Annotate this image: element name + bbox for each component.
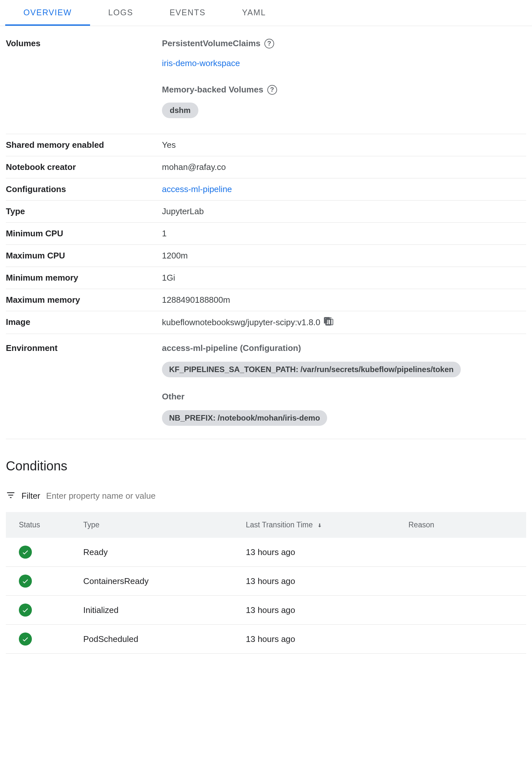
check-circle-icon xyxy=(19,603,32,616)
value-max-cpu: 1200m xyxy=(162,251,526,261)
label-min-mem: Minimum memory xyxy=(6,273,162,283)
row-configurations: Configurations access-ml-pipeline xyxy=(6,178,526,201)
cell-type: PodScheduled xyxy=(77,625,240,654)
label-configurations: Configurations xyxy=(6,184,162,194)
label-creator: Notebook creator xyxy=(6,162,162,172)
check-circle-icon xyxy=(19,545,32,559)
value-image: kubeflownotebookswg/jupyter-scipy:v1.8.0 xyxy=(162,318,320,328)
env-group-title: access-ml-pipeline (Configuration) xyxy=(162,343,526,353)
table-row: Ready13 hours ago xyxy=(6,538,526,567)
row-min-cpu: Minimum CPU 1 xyxy=(6,223,526,245)
table-row: Initialized13 hours ago xyxy=(6,596,526,625)
cell-type: ContainersReady xyxy=(77,567,240,596)
heading-pvc-text: PersistentVolumeClaims xyxy=(162,38,260,49)
help-icon[interactable]: ? xyxy=(267,85,277,95)
table-row: ContainersReady13 hours ago xyxy=(6,567,526,596)
label-min-cpu: Minimum CPU xyxy=(6,229,162,239)
cell-time: 13 hours ago xyxy=(240,538,402,567)
col-time[interactable]: Last Transition Time xyxy=(240,512,402,538)
value-min-cpu: 1 xyxy=(162,229,526,239)
configurations-link[interactable]: access-ml-pipeline xyxy=(162,184,232,194)
env-var-chip: NB_PREFIX: /notebook/mohan/iris-demo xyxy=(162,410,327,426)
value-type: JupyterLab xyxy=(162,206,526,217)
conditions-title: Conditions xyxy=(6,459,526,473)
filter-row: Filter xyxy=(6,489,526,502)
check-circle-icon xyxy=(19,574,32,588)
value-creator: mohan@rafay.co xyxy=(162,162,526,172)
cell-time: 13 hours ago xyxy=(240,625,402,654)
tab-yaml[interactable]: YAML xyxy=(224,0,284,26)
cell-type: Ready xyxy=(77,538,240,567)
tab-overview[interactable]: OVERVIEW xyxy=(5,0,90,26)
tabs-bar: OVERVIEW LOGS EVENTS YAML xyxy=(0,0,532,26)
conditions-table: Status Type Last Transition Time Reason … xyxy=(6,512,526,654)
row-max-cpu: Maximum CPU 1200m xyxy=(6,245,526,267)
label-environment: Environment xyxy=(6,343,162,426)
row-environment: Environment access-ml-pipeline (Configur… xyxy=(6,334,526,439)
heading-memvol-text: Memory-backed Volumes xyxy=(162,85,263,95)
help-icon[interactable]: ? xyxy=(264,39,274,49)
table-row: PodScheduled13 hours ago xyxy=(6,625,526,654)
tab-logs[interactable]: LOGS xyxy=(90,0,151,26)
row-min-mem: Minimum memory 1Gi xyxy=(6,267,526,289)
check-circle-icon xyxy=(19,632,32,645)
label-type: Type xyxy=(6,206,162,217)
label-image: Image xyxy=(6,317,162,328)
row-creator: Notebook creator mohan@rafay.co xyxy=(6,156,526,178)
col-time-label: Last Transition Time xyxy=(246,520,313,529)
col-type[interactable]: Type xyxy=(77,512,240,538)
cell-time: 13 hours ago xyxy=(240,567,402,596)
col-reason[interactable]: Reason xyxy=(402,512,526,538)
filter-input[interactable] xyxy=(46,489,526,502)
sort-down-icon xyxy=(315,520,323,529)
label-volumes: Volumes xyxy=(6,38,162,128)
cell-type: Initialized xyxy=(77,596,240,625)
copy-icon[interactable] xyxy=(324,317,343,328)
heading-memvol: Memory-backed Volumes ? xyxy=(162,85,526,95)
memory-volume-chip: dshm xyxy=(162,103,198,118)
row-volumes: Volumes PersistentVolumeClaims ? iris-de… xyxy=(6,33,526,134)
filter-label: Filter xyxy=(21,491,40,501)
col-status[interactable]: Status xyxy=(6,512,77,538)
row-type: Type JupyterLab xyxy=(6,201,526,223)
cell-reason xyxy=(402,596,526,625)
label-max-cpu: Maximum CPU xyxy=(6,251,162,261)
tab-events[interactable]: EVENTS xyxy=(151,0,224,26)
pvc-link[interactable]: iris-demo-workspace xyxy=(162,58,240,68)
value-shared-memory: Yes xyxy=(162,140,526,150)
cell-reason xyxy=(402,538,526,567)
overview-panel: Volumes PersistentVolumeClaims ? iris-de… xyxy=(0,26,532,667)
env-group-title: Other xyxy=(162,391,526,402)
env-var-chip: KF_PIPELINES_SA_TOKEN_PATH: /var/run/sec… xyxy=(162,362,461,377)
cell-reason xyxy=(402,625,526,654)
value-min-mem: 1Gi xyxy=(162,273,526,283)
heading-pvc: PersistentVolumeClaims ? xyxy=(162,38,526,49)
label-shared-memory: Shared memory enabled xyxy=(6,140,162,150)
row-max-mem: Maximum memory 1288490188800m xyxy=(6,289,526,311)
row-image: Image kubeflownotebookswg/jupyter-scipy:… xyxy=(6,311,526,334)
filter-icon[interactable] xyxy=(6,490,16,502)
label-max-mem: Maximum memory xyxy=(6,295,162,305)
cell-reason xyxy=(402,567,526,596)
row-shared-memory: Shared memory enabled Yes xyxy=(6,134,526,156)
cell-time: 13 hours ago xyxy=(240,596,402,625)
value-max-mem: 1288490188800m xyxy=(162,295,526,305)
